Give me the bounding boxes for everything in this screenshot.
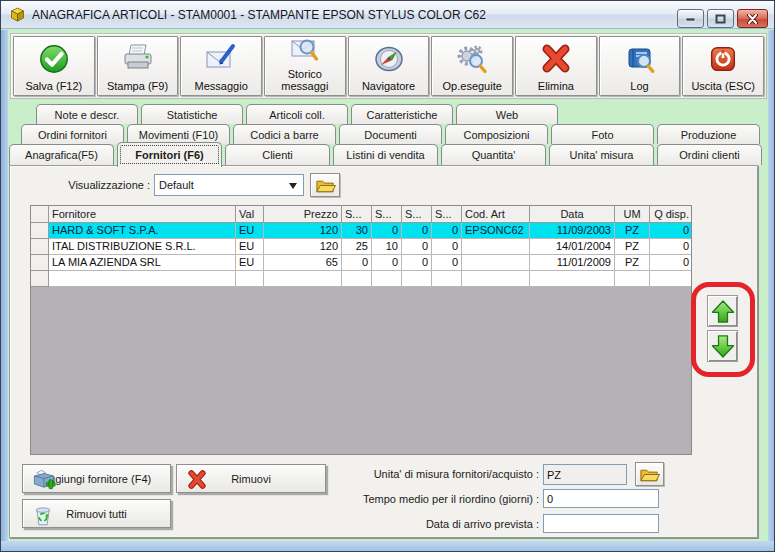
grid-cell[interactable]: 0 (432, 239, 462, 255)
tab-ordini-clienti[interactable]: Ordini clienti (657, 144, 762, 165)
tab-unita-misura[interactable]: Unita' misura (549, 144, 654, 165)
grid-cell[interactable]: PZ (615, 223, 650, 239)
grid-cell[interactable]: 0 (402, 255, 432, 271)
grid-cell[interactable]: 25 (342, 239, 372, 255)
grid-header-cell[interactable]: S... (342, 206, 372, 223)
grid-cell[interactable]: 11/09/2003 (530, 223, 615, 239)
table-row[interactable]: ITAL DISTRIBUZIONE S.R.L.EU12025100014/0… (31, 239, 691, 255)
grid-cell[interactable]: 120 (264, 223, 342, 239)
grid-header-cell[interactable]: S... (372, 206, 402, 223)
tab-caratteristiche[interactable]: Caratteristiche (351, 104, 453, 124)
reorder-time-field[interactable] (543, 489, 659, 508)
grid-cell[interactable]: EU (236, 223, 264, 239)
tab-composizioni[interactable]: Composizioni (445, 124, 548, 144)
grid-header-cell[interactable] (31, 206, 49, 223)
grid-cell[interactable] (462, 239, 530, 255)
delete-button[interactable]: Elimina (515, 36, 597, 96)
tab-articoli-coll[interactable]: Articoli coll. (246, 104, 348, 124)
grid-cell[interactable]: 14/01/2004 (530, 239, 615, 255)
grid-cell[interactable] (264, 271, 342, 287)
table-row[interactable] (31, 271, 691, 287)
grid-cell[interactable] (462, 255, 530, 271)
tab-clienti[interactable]: Clienti (225, 144, 330, 165)
tab-listini-di-vendita[interactable]: Listini di vendita (333, 144, 438, 165)
tab-quantita[interactable]: Quantita' (441, 144, 546, 165)
log-button[interactable]: Log (599, 36, 681, 96)
exit-button[interactable]: Uscita (ESC) (682, 36, 764, 96)
move-up-button[interactable] (707, 295, 738, 327)
grid-cell[interactable]: 0 (402, 239, 432, 255)
suppliers-table[interactable]: FornitoreValPrezzoS...S...S...S...Cod. A… (30, 205, 692, 455)
grid-cell[interactable] (432, 271, 462, 287)
table-row[interactable]: LA MIA AZIENDA SRLEU65000011/01/2009PZ0 (31, 255, 691, 271)
grid-header-cell[interactable]: Fornitore (49, 206, 236, 223)
grid-header-cell[interactable]: Data (530, 206, 615, 223)
grid-header-cell[interactable]: Val (236, 206, 264, 223)
row-selector-cell[interactable] (31, 223, 49, 239)
grid-cell[interactable] (49, 271, 236, 287)
grid-header-cell[interactable]: Cod. Art (462, 206, 530, 223)
grid-cell[interactable]: 0 (650, 255, 692, 271)
grid-cell[interactable] (530, 271, 615, 287)
row-selector-cell[interactable] (31, 271, 49, 287)
remove-all-button[interactable]: Rimuovi tutti (22, 499, 171, 528)
tab-produzione[interactable]: Produzione (657, 124, 760, 144)
grid-header-cell[interactable]: S... (432, 206, 462, 223)
grid-cell[interactable]: LA MIA AZIENDA SRL (49, 255, 236, 271)
grid-cell[interactable]: 0 (342, 255, 372, 271)
grid-cell[interactable]: 0 (372, 255, 402, 271)
row-selector-cell[interactable] (31, 239, 49, 255)
grid-cell[interactable]: ITAL DISTRIBUZIONE S.R.L. (49, 239, 236, 255)
grid-cell[interactable] (372, 271, 402, 287)
grid-cell[interactable] (650, 271, 692, 287)
visualizzazione-combobox[interactable]: Default (154, 174, 304, 196)
operations-button[interactable]: Op.eseguite (431, 36, 513, 96)
unit-of-measure-field[interactable] (543, 464, 627, 485)
grid-cell[interactable] (342, 271, 372, 287)
tab-ordini-fornitori[interactable]: Ordini fornitori (21, 124, 124, 144)
arrival-date-field[interactable] (543, 514, 659, 533)
move-down-button[interactable] (707, 330, 738, 362)
add-supplier-button[interactable]: Aggiungi fornitore (F4) (22, 464, 171, 493)
tab-anagrafica[interactable]: Anagrafica(F5) (9, 144, 114, 165)
grid-cell[interactable]: 0 (402, 223, 432, 239)
grid-cell[interactable]: EU (236, 239, 264, 255)
grid-header-cell[interactable]: UM (615, 206, 650, 223)
print-button[interactable]: Stampa (F9) (97, 36, 179, 96)
grid-cell[interactable]: 0 (372, 223, 402, 239)
minimize-button[interactable] (677, 9, 704, 28)
grid-cell[interactable]: 10 (372, 239, 402, 255)
grid-header-cell[interactable]: S... (402, 206, 432, 223)
message-button[interactable]: Messaggio (180, 36, 262, 96)
view-folder-button[interactable] (310, 173, 340, 197)
tab-documenti[interactable]: Documenti (339, 124, 442, 144)
navigator-button[interactable]: Navigatore (348, 36, 430, 96)
message-history-button[interactable]: Storico messaggi (264, 36, 346, 96)
grid-cell[interactable]: 0 (432, 223, 462, 239)
grid-cell[interactable] (615, 271, 650, 287)
grid-cell[interactable]: 120 (264, 239, 342, 255)
tab-web[interactable]: Web (456, 104, 558, 124)
grid-cell[interactable]: 11/01/2009 (530, 255, 615, 271)
grid-cell[interactable]: PZ (615, 255, 650, 271)
maximize-button[interactable] (707, 9, 734, 28)
grid-header-cell[interactable]: Q disp. (650, 206, 692, 223)
grid-header-cell[interactable]: Prezzo (264, 206, 342, 223)
tab-foto[interactable]: Foto (551, 124, 654, 144)
grid-cell[interactable] (402, 271, 432, 287)
close-button[interactable] (737, 9, 768, 28)
grid-cell[interactable] (462, 271, 530, 287)
unit-folder-button[interactable] (635, 462, 664, 486)
table-row[interactable]: HARD & SOFT S.P.A.EU12030000EPSONC6211/0… (31, 223, 691, 239)
tab-movimenti[interactable]: Movimenti (F10) (127, 124, 230, 144)
grid-cell[interactable]: 0 (432, 255, 462, 271)
tab-fornitori[interactable]: Fornitori (F6) (117, 142, 222, 167)
grid-cell[interactable]: EU (236, 255, 264, 271)
grid-cell[interactable]: EPSONC62 (462, 223, 530, 239)
grid-cell[interactable]: 0 (650, 239, 692, 255)
grid-cell[interactable]: 30 (342, 223, 372, 239)
tab-statistiche[interactable]: Statistiche (141, 104, 243, 124)
tab-note-e-descr[interactable]: Note e descr. (36, 104, 138, 124)
save-button[interactable]: Salva (F12) (13, 36, 95, 96)
row-selector-cell[interactable] (31, 255, 49, 271)
